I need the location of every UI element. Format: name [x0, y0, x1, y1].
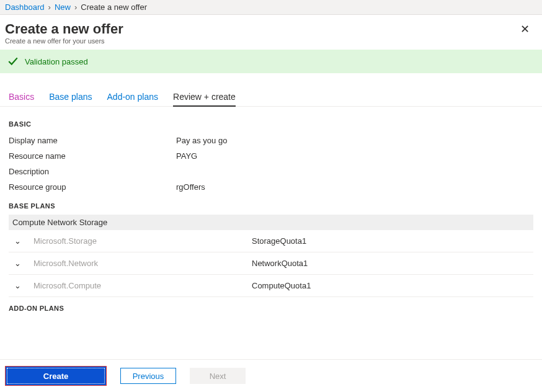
basic-key: Display name — [9, 136, 176, 145]
basic-val: PAYG — [176, 151, 197, 161]
checkmark-icon — [7, 56, 19, 67]
basic-val: Pay as you go — [176, 136, 227, 145]
breadcrumb: Dashboard › New › Create a new offer — [0, 0, 542, 15]
chevron-right-icon: › — [74, 2, 77, 12]
basic-row: Display name Pay as you go — [9, 133, 533, 148]
basic-key: Resource name — [9, 151, 176, 161]
page-title: Create a new offer — [5, 21, 123, 37]
footer: Create Previous Next — [0, 359, 542, 392]
plan-service: Microsoft.Storage — [33, 236, 244, 246]
plan-row: ⌄ Microsoft.Compute ComputeQuota1 — [9, 275, 533, 297]
plan-row: ⌄ Microsoft.Storage StorageQuota1 — [9, 230, 533, 252]
close-icon: ✕ — [520, 23, 530, 35]
page-subtitle: Create a new offer for your users — [5, 37, 123, 45]
plan-quota: ComputeQuota1 — [252, 281, 311, 290]
create-highlight: Create — [5, 366, 107, 386]
chevron-down-icon: ⌄ — [14, 236, 21, 246]
plan-quota: StorageQuota1 — [252, 236, 306, 246]
chevron-down-icon: ⌄ — [14, 281, 21, 290]
previous-button[interactable]: Previous — [120, 368, 176, 384]
plan-service: Microsoft.Compute — [33, 281, 244, 290]
breadcrumb-item-new[interactable]: New — [55, 2, 71, 12]
plan-row: ⌄ Microsoft.Network NetworkQuota1 — [9, 252, 533, 275]
create-button[interactable]: Create — [7, 368, 105, 384]
tab-review-create[interactable]: Review + create — [173, 88, 236, 107]
plan-quota: NetworkQuota1 — [252, 259, 308, 268]
expand-toggle[interactable]: ⌄ — [9, 281, 26, 290]
basic-row: Description — [9, 164, 533, 179]
expand-toggle[interactable]: ⌄ — [9, 236, 26, 246]
validation-banner: Validation passed — [0, 50, 542, 73]
basic-key: Resource group — [9, 182, 176, 192]
chevron-right-icon: › — [48, 2, 51, 12]
basic-key: Description — [9, 167, 176, 176]
basic-row: Resource name PAYG — [9, 148, 533, 164]
content-area: BASIC Display name Pay as you go Resourc… — [0, 107, 542, 359]
validation-text: Validation passed — [25, 57, 88, 66]
basic-row: Resource group rgOffers — [9, 179, 533, 195]
basic-val: rgOffers — [176, 182, 205, 192]
section-addon-title: ADD-ON PLANS — [9, 305, 533, 312]
close-button[interactable]: ✕ — [517, 21, 533, 37]
next-button: Next — [190, 368, 246, 384]
section-baseplans-title: BASE PLANS — [9, 202, 533, 210]
section-basic-title: BASIC — [9, 120, 533, 128]
tab-addon-plans[interactable]: Add-on plans — [107, 88, 159, 107]
expand-toggle[interactable]: ⌄ — [9, 259, 26, 268]
tabs: Basics Base plans Add-on plans Review + … — [0, 73, 542, 107]
tab-basics[interactable]: Basics — [9, 88, 34, 107]
page-header: Create a new offer Create a new offer fo… — [0, 15, 542, 47]
plan-group-header: Compute Network Storage — [9, 215, 533, 230]
tab-base-plans[interactable]: Base plans — [49, 88, 92, 107]
breadcrumb-item-dashboard[interactable]: Dashboard — [5, 2, 45, 12]
plan-service: Microsoft.Network — [33, 259, 244, 268]
breadcrumb-item-current: Create a new offer — [81, 2, 147, 12]
chevron-down-icon: ⌄ — [14, 259, 21, 268]
